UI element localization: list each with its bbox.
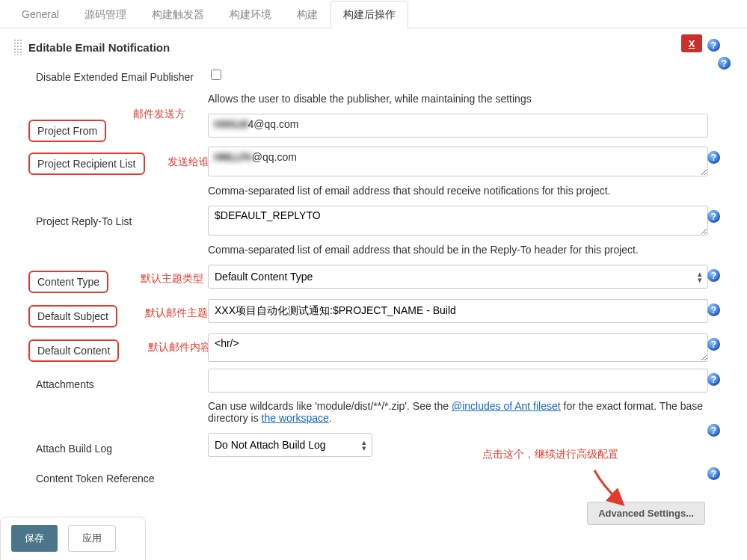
project-from-input[interactable] — [208, 114, 708, 138]
helper-attachments: Can use wildcards like 'module/dist/**/*… — [208, 400, 708, 424]
label-default-content: Default Content — [28, 339, 119, 362]
workspace-link[interactable]: the workspace — [262, 412, 329, 424]
drag-handle-icon[interactable] — [13, 39, 22, 55]
help-icon[interactable] — [707, 424, 720, 437]
attach-build-log-select[interactable]: Do Not Attach Build Log — [208, 433, 372, 457]
tab-scm[interactable]: 源码管理 — [72, 1, 139, 28]
help-icon[interactable] — [707, 210, 720, 223]
attachments-input[interactable] — [208, 369, 708, 393]
default-content-input[interactable]: <hr/> — [208, 333, 708, 362]
help-icon[interactable] — [707, 269, 720, 282]
annotation-default-content: 默认邮件内容 — [148, 341, 211, 354]
project-recipient-list-input[interactable] — [208, 147, 708, 176]
content-type-select[interactable]: Default Content Type — [208, 265, 708, 289]
label-content-token-reference: Content Token Reference — [28, 469, 162, 488]
apply-button[interactable]: 应用 — [68, 525, 116, 552]
arrow-icon — [588, 466, 633, 511]
disable-publisher-checkbox[interactable] — [211, 70, 221, 80]
ant-fileset-link[interactable]: @includes of Ant fileset — [452, 400, 561, 412]
helper-disable-publisher: Allows the user to disable the publisher… — [208, 93, 708, 105]
annotation-default-subject: 默认邮件主题 — [145, 307, 208, 320]
section-title: Editable Email Notification — [28, 41, 170, 54]
remove-step-button[interactable]: X — [681, 34, 702, 52]
tab-postbuild[interactable]: 构建后操作 — [331, 1, 408, 28]
label-project-recipient-list: Project Recipient List — [28, 153, 145, 175]
annotation-content-type: 默认主题类型 — [141, 272, 203, 286]
label-project-from: Project From — [28, 120, 106, 142]
help-icon[interactable] — [707, 304, 720, 316]
config-tabs: General 源码管理 构建触发器 构建环境 构建 构建后操作 — [0, 0, 747, 28]
section-header: Editable Email Notification X — [6, 33, 741, 61]
annotation-project-from: 邮件发送方 — [133, 108, 185, 121]
help-icon[interactable] — [707, 373, 720, 386]
label-disable-publisher: Disable Extended Email Publisher — [28, 67, 201, 87]
help-icon[interactable] — [707, 338, 720, 351]
helper-replyto-list: Comma-separated list of email address th… — [208, 244, 708, 256]
annotation-advanced: 点击这个，继续进行高级配置 — [482, 448, 618, 461]
tab-general[interactable]: General — [9, 1, 72, 28]
help-icon[interactable] — [707, 39, 720, 52]
help-icon[interactable] — [707, 151, 720, 164]
tab-triggers[interactable]: 构建触发器 — [139, 1, 217, 28]
help-icon[interactable] — [707, 467, 720, 480]
default-subject-input[interactable] — [208, 299, 708, 323]
label-default-subject: Default Subject — [28, 305, 117, 327]
project-replyto-input[interactable]: $DEFAULT_REPLYTO — [208, 206, 708, 236]
label-attach-build-log: Attach Build Log — [28, 439, 120, 458]
tab-build[interactable]: 构建 — [284, 1, 331, 28]
helper-recipient-list: Comma-separated list of email address th… — [208, 185, 708, 197]
bottom-action-bar: 保存 应用 — [0, 517, 146, 560]
label-project-replyto-list: Project Reply-To List — [28, 212, 139, 231]
tab-env[interactable]: 构建环境 — [217, 1, 284, 28]
save-button[interactable]: 保存 — [11, 525, 58, 552]
label-content-type: Content Type — [28, 271, 108, 293]
label-attachments: Attachments — [28, 375, 102, 394]
